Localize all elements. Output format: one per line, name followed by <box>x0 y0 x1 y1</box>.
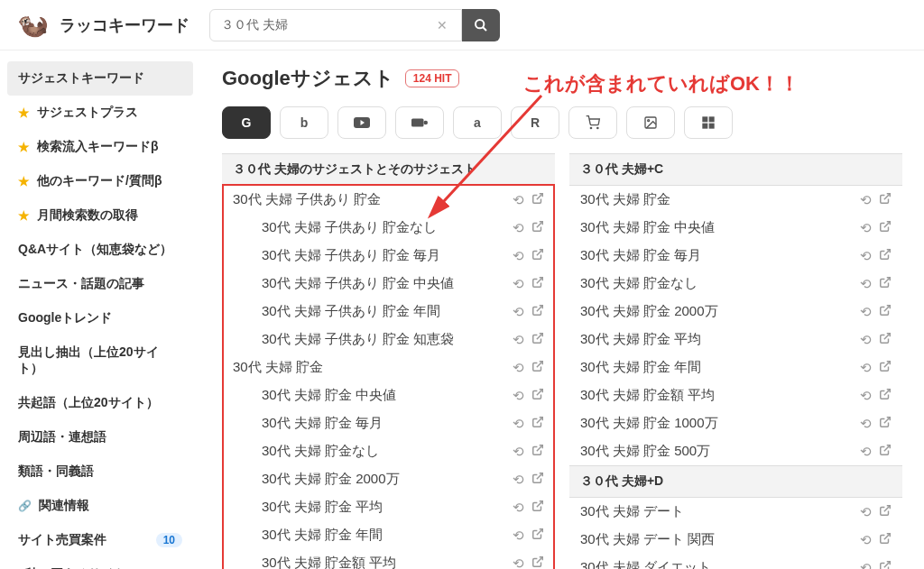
keyword-row[interactable]: 30代 夫婦 子供あり 貯金 知恵袋⟲ <box>222 326 555 353</box>
reload-icon[interactable]: ⟲ <box>513 248 524 264</box>
keyword-row[interactable]: 30代 夫婦 貯金 500万⟲ <box>569 437 902 465</box>
open-icon[interactable] <box>531 416 544 432</box>
reload-icon[interactable]: ⟲ <box>513 472 524 488</box>
sidebar-item[interactable]: 周辺語・連想語 <box>7 420 193 454</box>
open-icon[interactable] <box>531 388 544 404</box>
sidebar-item[interactable]: Googleトレンド <box>7 301 193 335</box>
keyword-row[interactable]: 30代 夫婦 貯金 1000万⟲ <box>569 409 902 437</box>
open-icon[interactable] <box>531 555 544 570</box>
open-icon[interactable] <box>531 472 544 488</box>
sidebar-item[interactable]: 類語・同義語 <box>7 454 193 489</box>
open-icon[interactable] <box>531 192 544 208</box>
sidebar-item[interactable]: 共起語（上位20サイト） <box>7 386 193 420</box>
open-icon[interactable] <box>531 220 544 236</box>
open-icon[interactable] <box>879 388 892 404</box>
keyword-row[interactable]: 30代 夫婦 貯金 年間⟲ <box>222 521 555 549</box>
search-button[interactable] <box>462 9 500 41</box>
reload-icon[interactable]: ⟲ <box>860 504 872 520</box>
engine-tab[interactable]: R <box>511 106 559 139</box>
engine-tab[interactable]: b <box>280 106 328 139</box>
reload-icon[interactable]: ⟲ <box>860 444 872 460</box>
sidebar-item[interactable]: 🔗関連情報 <box>7 489 193 523</box>
open-icon[interactable] <box>879 416 892 432</box>
reload-icon[interactable]: ⟲ <box>513 416 524 432</box>
reload-icon[interactable]: ⟲ <box>513 360 524 376</box>
reload-icon[interactable]: ⟲ <box>860 332 872 348</box>
engine-tab[interactable] <box>337 106 386 139</box>
keyword-row[interactable]: 30代 夫婦 貯金 毎月⟲ <box>569 242 902 270</box>
keyword-row[interactable]: 30代 夫婦 子供あり 貯金 中央値⟲ <box>222 270 555 298</box>
open-icon[interactable] <box>531 360 544 376</box>
engine-tab[interactable] <box>395 106 444 139</box>
sidebar-item[interactable]: サジェストキーワード <box>7 61 193 96</box>
reload-icon[interactable]: ⟲ <box>513 555 524 570</box>
open-icon[interactable] <box>879 532 892 548</box>
keyword-row[interactable]: 30代 夫婦 貯金額 平均⟲ <box>222 549 555 569</box>
keyword-row[interactable]: 30代 夫婦 子供あり 貯金⟲ <box>222 186 555 214</box>
reload-icon[interactable]: ⟲ <box>860 192 872 208</box>
open-icon[interactable] <box>879 560 892 570</box>
open-icon[interactable] <box>879 276 892 292</box>
reload-icon[interactable]: ⟲ <box>513 388 524 404</box>
keyword-row[interactable]: 30代 夫婦 貯金 平均⟲ <box>222 493 555 521</box>
reload-icon[interactable]: ⟲ <box>860 560 872 570</box>
keyword-row[interactable]: 30代 夫婦 貯金なし⟲ <box>222 437 555 465</box>
open-icon[interactable] <box>531 248 544 264</box>
reload-icon[interactable]: ⟲ <box>860 388 872 404</box>
sidebar-item[interactable]: Q&Aサイト（知恵袋など） <box>7 233 193 267</box>
reload-icon[interactable]: ⟲ <box>860 220 872 236</box>
sidebar-item[interactable]: サイト売買案件10 <box>7 523 193 557</box>
reload-icon[interactable]: ⟲ <box>513 192 524 208</box>
open-icon[interactable] <box>879 332 892 348</box>
open-icon[interactable] <box>879 192 892 208</box>
keyword-row[interactable]: 30代 夫婦 貯金⟲ <box>222 353 555 381</box>
keyword-row[interactable]: 30代 夫婦 貯金 2000万⟲ <box>222 465 555 493</box>
open-icon[interactable] <box>879 444 892 460</box>
keyword-row[interactable]: 30代 夫婦 ダイエット⟲ <box>569 554 902 569</box>
search-input[interactable] <box>209 9 462 41</box>
keyword-row[interactable]: 30代 夫婦 子供あり 貯金 年間⟲ <box>222 298 555 326</box>
keyword-row[interactable]: 30代 夫婦 貯金 中央値⟲ <box>569 214 902 242</box>
keyword-row[interactable]: 30代 夫婦 貯金 中央値⟲ <box>222 381 555 409</box>
reload-icon[interactable]: ⟲ <box>513 444 524 460</box>
engine-tab[interactable]: a <box>453 106 502 139</box>
reload-icon[interactable]: ⟲ <box>513 528 524 544</box>
reload-icon[interactable]: ⟲ <box>513 332 524 348</box>
engine-tab[interactable] <box>684 106 733 139</box>
keyword-row[interactable]: 30代 夫婦 子供あり 貯金なし⟲ <box>222 214 555 242</box>
keyword-row[interactable]: 30代 夫婦 子供あり 貯金 毎月⟲ <box>222 242 555 270</box>
reload-icon[interactable]: ⟲ <box>513 500 524 516</box>
reload-icon[interactable]: ⟲ <box>860 248 872 264</box>
reload-icon[interactable]: ⟲ <box>860 532 872 548</box>
engine-tab[interactable]: G <box>222 106 271 139</box>
keyword-row[interactable]: 30代 夫婦 デート⟲ <box>569 498 902 526</box>
sidebar-item[interactable]: 見出し抽出（上位20サイト） <box>7 335 193 386</box>
open-icon[interactable] <box>531 332 544 348</box>
sidebar-item[interactable]: ★他のキーワード/質問β <box>7 164 193 198</box>
keyword-row[interactable]: 30代 夫婦 デート 関西⟲ <box>569 526 902 554</box>
engine-tab[interactable] <box>568 106 617 139</box>
open-icon[interactable] <box>531 304 544 320</box>
open-icon[interactable] <box>879 248 892 264</box>
keyword-row[interactable]: 30代 夫婦 貯金 平均⟲ <box>569 326 902 353</box>
keyword-row[interactable]: 30代 夫婦 貯金額 平均⟲ <box>569 381 902 409</box>
reload-icon[interactable]: ⟲ <box>513 304 524 320</box>
open-icon[interactable] <box>531 528 544 544</box>
reload-icon[interactable]: ⟲ <box>860 276 872 292</box>
brand-logo[interactable]: 🦦 ラッコキーワード <box>14 7 195 43</box>
keyword-row[interactable]: 30代 夫婦 貯金⟲ <box>569 186 902 214</box>
reload-icon[interactable]: ⟲ <box>513 276 524 292</box>
engine-tab[interactable] <box>626 106 675 139</box>
keyword-row[interactable]: 30代 夫婦 貯金 毎月⟲ <box>222 409 555 437</box>
keyword-row[interactable]: 30代 夫婦 貯金 年間⟲ <box>569 353 902 381</box>
sidebar-item[interactable]: 5秒で買えるサイト <box>7 557 193 569</box>
reload-icon[interactable]: ⟲ <box>860 416 872 432</box>
sidebar-item[interactable]: ★月間検索数の取得 <box>7 198 193 233</box>
keyword-row[interactable]: 30代 夫婦 貯金 2000万⟲ <box>569 298 902 326</box>
open-icon[interactable] <box>879 304 892 320</box>
open-icon[interactable] <box>879 504 892 520</box>
open-icon[interactable] <box>531 276 544 292</box>
keyword-row[interactable]: 30代 夫婦 貯金なし⟲ <box>569 270 902 298</box>
open-icon[interactable] <box>531 500 544 516</box>
open-icon[interactable] <box>879 220 892 236</box>
